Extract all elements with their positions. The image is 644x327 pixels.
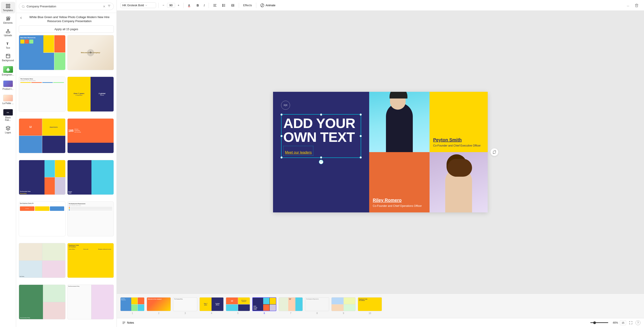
filmstrip-num-8: 8 — [316, 312, 318, 315]
add-page-button[interactable]: + — [87, 49, 94, 56]
filmstrip-num-5: 5 — [237, 312, 238, 315]
filmstrip-slide-1[interactable]: New HireResources 1 — [120, 297, 144, 315]
template-thumb-5[interactable]: 12 departments — [19, 118, 66, 153]
meet-leaders-container[interactable]: Meet our leaders — [283, 146, 313, 156]
template-thumb-2[interactable]: Welcome to the company! + — [67, 35, 114, 70]
template-thumb-13[interactable]: Communications Policy — [19, 285, 66, 320]
template-thumb-4[interactable]: Over 7 years in business 2 global office… — [67, 77, 114, 111]
sidebar-item-elements[interactable]: Elements — [1, 14, 15, 26]
sidebar-item-logos[interactable]: Logos — [1, 124, 15, 136]
handle-bottom-right[interactable] — [360, 156, 362, 159]
selected-text-box[interactable]: ADD YOUR OWN TEXT Meet our leaders — [281, 114, 361, 158]
delete-button[interactable] — [633, 2, 640, 8]
filmstrip-thumb-5[interactable]: 12 185 full-timeemployees — [226, 297, 250, 311]
rotate-handle[interactable] — [319, 160, 323, 164]
handle-right-mid[interactable] — [360, 135, 362, 137]
template-thumb-10[interactable]: Pre-Employment Requirements Here is what… — [67, 202, 114, 236]
filmstrip-thumb-1[interactable]: New HireResources — [120, 297, 144, 311]
template-thumb-9[interactable]: New Employee Starter Kit Here is what yo… — [19, 202, 66, 236]
orange-panel: Riley Romero Co-Founder and Chief Operat… — [369, 152, 430, 212]
sidebar-item-evergreen[interactable]: Evergreen... — [1, 64, 15, 78]
search-clear-button[interactable]: ✕ — [103, 5, 106, 8]
filmstrip: New HireResources 1 Welcome to the compa… — [117, 294, 644, 318]
filmstrip-thumb-2[interactable]: Welcome to the company! — [147, 297, 171, 311]
sidebar-item-blackrab[interactable]: co. Black Rab... — [1, 107, 15, 123]
search-filter-button[interactable] — [107, 4, 111, 8]
filmstrip-slide-6[interactable]: ADDYOUROWN 6 — [252, 297, 276, 315]
page-indicator[interactable]: 15 — [620, 320, 626, 325]
refresh-icon — [492, 150, 496, 154]
fullscreen-button[interactable] — [628, 320, 634, 326]
notes-button[interactable]: Notes — [120, 320, 136, 326]
canvas-refresh-button[interactable] — [490, 148, 498, 156]
handle-top-mid[interactable] — [320, 113, 322, 116]
template-thumb-11[interactable]: Our Perks... — [19, 243, 66, 278]
effects-button[interactable]: Effects — [241, 3, 254, 8]
filmstrip-slide-8[interactable]: Pre-Employment Requirements 8 — [305, 297, 329, 315]
filmstrip-thumb-3[interactable]: The Company Story — [173, 297, 197, 311]
filmstrip-num-10: 10 — [368, 312, 371, 315]
template-thumb-8[interactable]: Peyton Smith — [67, 160, 114, 195]
text-color-button[interactable]: A — [186, 2, 194, 8]
font-size-increase-button[interactable]: + — [176, 3, 181, 8]
animate-button[interactable]: Animate — [258, 2, 277, 8]
handle-left-mid[interactable] — [280, 135, 283, 137]
template-thumb-7[interactable]: The Executive Team Meet our leaders — [19, 160, 66, 195]
filmstrip-thumb-7[interactable]: PeytonSmith — [278, 297, 303, 311]
filmstrip-slide-4[interactable]: Over 7years 2 globaloffices 4 — [200, 297, 224, 315]
main-heading-text[interactable]: ADD YOUR OWN TEXT — [283, 116, 359, 144]
meet-leaders-link[interactable]: Meet our leaders — [285, 151, 312, 155]
help-button[interactable]: ? — [636, 320, 640, 325]
handle-bottom-left[interactable] — [280, 156, 283, 159]
person-1-name: Peyton Smith — [433, 137, 484, 142]
filmstrip-thumb-6-active[interactable]: ADDYOUROWN — [252, 297, 276, 311]
template-thumb-12[interactable]: Employee Codeof Conduct Code of Ethics D… — [67, 243, 114, 278]
filmstrip-slide-9[interactable]: 9 — [332, 297, 356, 315]
list-button[interactable] — [220, 2, 228, 8]
handle-top-right[interactable] — [360, 113, 362, 116]
template-thumb-6[interactable]: 185 full-timeemployeesand counting — [67, 118, 114, 153]
bold-button[interactable]: B — [195, 3, 200, 8]
svg-text:A: A — [188, 3, 190, 7]
filmstrip-thumb-10[interactable]: Employee Codeof Conduct — [358, 297, 382, 311]
sidebar-item-templates[interactable]: Templates — [1, 2, 15, 13]
more-options-button[interactable]: ... — [625, 3, 631, 8]
zoom-slider[interactable] — [590, 322, 608, 323]
filmstrip-thumb-8[interactable]: Pre-Employment Requirements — [305, 297, 329, 311]
back-button[interactable] — [19, 16, 23, 21]
svg-rect-19 — [188, 6, 190, 7]
template-thumb-1[interactable]: New Hire Resources — [19, 35, 66, 70]
slide-canvas[interactable]: R|R ADD YOUR OWN TEXT Meet — [273, 92, 488, 212]
template-thumb-14[interactable]: Non-Discrimination Policy — [67, 285, 114, 320]
sidebar-item-lapetite[interactable]: La Petite ... — [1, 93, 15, 106]
font-selector[interactable]: HK Grotesk Bold — [120, 2, 156, 8]
handle-top-left[interactable] — [280, 113, 283, 116]
toolbar-right: ... — [625, 2, 640, 8]
filmstrip-thumb-4[interactable]: Over 7years 2 globaloffices — [200, 297, 224, 311]
handle-bottom-mid[interactable] — [320, 156, 322, 159]
italic-button[interactable]: I — [202, 3, 206, 8]
filmstrip-slide-10[interactable]: Employee Codeof Conduct 10 — [358, 297, 382, 315]
templates-panel: ✕ White Blue Green and Yellow Photo Coll… — [16, 0, 117, 327]
template-thumb-3[interactable]: The Company Story A timeline of our achi… — [19, 77, 66, 111]
sidebar-item-evergreen-label: Evergreen... — [2, 73, 14, 76]
filmstrip-slide-2[interactable]: Welcome to the company! 2 — [147, 297, 171, 315]
filmstrip-thumb-9[interactable] — [332, 297, 356, 311]
sidebar-item-text[interactable]: T Text — [1, 39, 15, 51]
sidebar-item-background[interactable]: Background — [1, 52, 15, 63]
align-icon — [213, 3, 217, 7]
filmstrip-slide-5[interactable]: 12 185 full-timeemployees 5 — [226, 297, 250, 315]
filmstrip-slide-3[interactable]: The Company Story 3 — [173, 297, 197, 315]
animate-label: Animate — [266, 4, 276, 7]
search-input[interactable] — [26, 5, 101, 8]
spacing-button[interactable] — [229, 2, 236, 8]
filmstrip-num-3: 3 — [184, 312, 186, 315]
text-align-button[interactable] — [211, 2, 219, 8]
apply-all-button[interactable]: Apply all 15 pages — [19, 25, 114, 33]
filmstrip-slide-7[interactable]: PeytonSmith 7 — [278, 297, 303, 315]
sidebar-item-uploads[interactable]: Uploads — [1, 27, 15, 38]
sidebar-item-product[interactable]: Product I... — [1, 79, 15, 92]
photo-2 — [430, 152, 488, 212]
font-size-input[interactable] — [167, 3, 175, 7]
font-size-decrease-button[interactable]: − — [161, 3, 166, 8]
